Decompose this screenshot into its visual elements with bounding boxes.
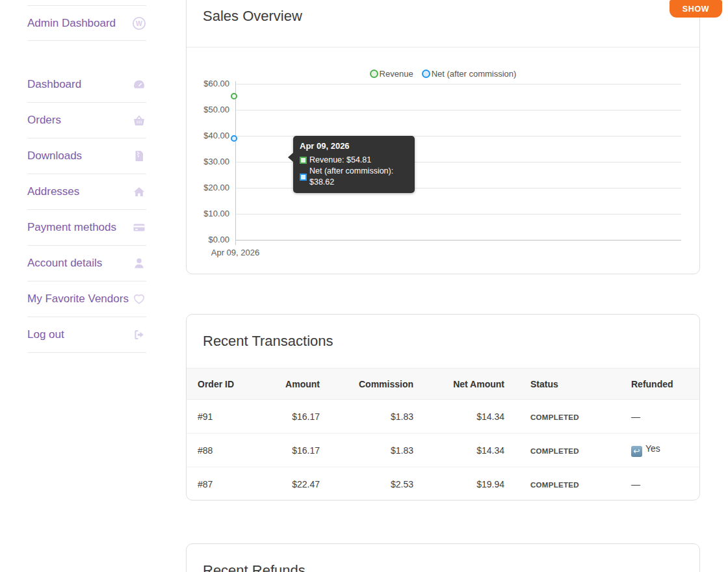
amount-cell: $16.17	[258, 400, 320, 434]
legend-label: Net (after commission)	[432, 69, 517, 79]
y-axis-tick: $0.00	[187, 235, 229, 245]
legend-label: Revenue	[380, 69, 413, 79]
refund-arrow-icon: ↩	[631, 446, 642, 457]
revenue-legend-marker-icon	[370, 70, 378, 78]
column-header-refunded: Refunded	[631, 369, 700, 400]
file-archive-icon	[132, 149, 146, 163]
tooltip-title: Apr 09, 2026	[300, 141, 408, 151]
sidebar-item-label: Dashboard	[27, 78, 81, 91]
column-header-status: Status	[504, 369, 631, 400]
sidebar-item-label: Addresses	[27, 185, 79, 198]
sidebar-item-label: Admin Dashboard	[27, 17, 116, 30]
sidebar-item-orders[interactable]: Orders	[27, 103, 146, 138]
sidebar: Admin Dashboard W Dashboard Orders Downl…	[27, 0, 146, 353]
refunded-cell: ↩Yes	[631, 434, 700, 467]
refunded-value: Yes	[645, 443, 660, 454]
status-cell: COMPLETED	[504, 434, 631, 467]
column-header-commission: Commission	[320, 369, 413, 400]
sidebar-item-log-out[interactable]: Log out	[27, 317, 146, 353]
net-amount-cell: $14.34	[413, 400, 504, 434]
amount-cell: $16.17	[258, 434, 320, 467]
sidebar-item-addresses[interactable]: Addresses	[27, 174, 146, 210]
sidebar-item-label: Downloads	[27, 150, 82, 162]
status-badge: COMPLETED	[530, 481, 579, 489]
net-amount-cell: $14.34	[413, 434, 504, 467]
table-row: #91 $16.17 $1.83 $14.34 COMPLETED —	[187, 400, 700, 434]
y-axis-tick: $40.00	[187, 131, 229, 141]
sidebar-item-payment-methods[interactable]: Payment methods	[27, 210, 146, 246]
chart-legend: Revenue Net (after commission)	[187, 69, 699, 79]
net-swatch-icon	[300, 174, 307, 181]
sidebar-item-account-details[interactable]: Account details	[27, 246, 146, 281]
tooltip-text: Net (after commission): $38.62	[309, 166, 408, 188]
refunded-cell: —	[631, 467, 700, 501]
amount-cell: $22.47	[258, 467, 320, 501]
sidebar-item-label: Log out	[27, 328, 64, 341]
wordpress-icon: W	[132, 16, 146, 31]
net-legend-marker-icon	[422, 70, 430, 78]
sidebar-item-dashboard[interactable]: Dashboard	[27, 67, 146, 103]
sign-out-icon	[132, 328, 146, 342]
sidebar-item-downloads[interactable]: Downloads	[27, 138, 146, 174]
gridline	[235, 84, 681, 84]
user-icon	[132, 256, 146, 270]
recent-refunds-header: Recent Refunds	[187, 544, 699, 572]
recent-transactions-header: Recent Transactions	[187, 315, 699, 368]
tooltip-text: Revenue: $54.81	[309, 155, 371, 166]
status-cell: COMPLETED	[504, 467, 631, 501]
refunded-cell: —	[631, 400, 700, 434]
credit-card-icon	[132, 220, 146, 235]
basket-icon	[132, 113, 146, 127]
recent-refunds-card: Recent Refunds	[186, 543, 700, 572]
gauge-icon	[132, 77, 146, 92]
column-header-order-id: Order ID	[187, 369, 258, 400]
recent-transactions-title: Recent Transactions	[203, 333, 333, 350]
net-amount-cell: $19.94	[413, 467, 504, 501]
x-axis-line	[235, 240, 681, 240]
gridline	[235, 110, 681, 110]
revenue-swatch-icon	[300, 157, 307, 164]
order-id-cell: #88	[187, 434, 258, 467]
sales-chart: Revenue Net (after commission) $60.00 $5…	[187, 47, 699, 274]
revenue-data-point[interactable]	[231, 93, 237, 99]
transactions-table: Order ID Amount Commission Net Amount St…	[187, 368, 700, 500]
sidebar-item-label: My Favorite Vendors	[27, 292, 129, 306]
dashboard-nav: Dashboard Orders Downloads Addresses	[27, 67, 146, 353]
y-axis-tick: $50.00	[187, 105, 229, 115]
vendor-dashboard-page: SHOW Admin Dashboard W Dashboard Orders	[0, 0, 728, 572]
column-header-amount: Amount	[258, 369, 320, 400]
legend-item-revenue: Revenue	[370, 69, 413, 79]
table-header-row: Order ID Amount Commission Net Amount St…	[187, 369, 700, 400]
column-header-net-amount: Net Amount	[413, 369, 504, 400]
table-row: #87 $22.47 $2.53 $19.94 COMPLETED —	[187, 467, 700, 501]
y-axis-tick: $10.00	[187, 209, 229, 219]
sidebar-item-label: Account details	[27, 257, 102, 270]
show-admin-bar-button[interactable]: SHOW	[670, 0, 722, 18]
plot-area: Apr 09, 2026 Revenue: $54.81 Net (after …	[235, 84, 681, 240]
gridline	[235, 214, 681, 214]
y-axis-tick: $60.00	[187, 79, 229, 89]
recent-transactions-card: Recent Transactions Order ID Amount Comm…	[186, 314, 700, 500]
commission-cell: $2.53	[320, 467, 413, 501]
order-id-cell: #91	[187, 400, 258, 434]
net-data-point[interactable]	[231, 135, 237, 142]
sales-overview-card: Sales Overview Revenue Net (after commis…	[186, 0, 700, 274]
chart-tooltip: Apr 09, 2026 Revenue: $54.81 Net (after …	[293, 136, 415, 193]
home-icon	[132, 185, 146, 199]
y-axis-tick: $20.00	[187, 183, 229, 193]
legend-item-net: Net (after commission)	[422, 69, 517, 79]
sales-overview-title: Sales Overview	[203, 8, 302, 25]
sales-overview-header: Sales Overview	[187, 0, 699, 47]
y-axis-tick: $30.00	[187, 157, 229, 167]
status-badge: COMPLETED	[530, 413, 579, 421]
sidebar-item-label: Orders	[27, 114, 61, 127]
heart-icon	[132, 292, 146, 306]
svg-text:W: W	[136, 20, 142, 27]
sidebar-item-admin-dashboard[interactable]: Admin Dashboard W	[27, 5, 146, 41]
status-cell: COMPLETED	[504, 400, 631, 434]
status-badge: COMPLETED	[530, 447, 579, 455]
sidebar-item-my-favorite-vendors[interactable]: My Favorite Vendors	[27, 281, 146, 317]
recent-refunds-title: Recent Refunds	[203, 562, 306, 572]
sidebar-item-label: Payment methods	[27, 221, 116, 234]
commission-cell: $1.83	[320, 434, 413, 467]
